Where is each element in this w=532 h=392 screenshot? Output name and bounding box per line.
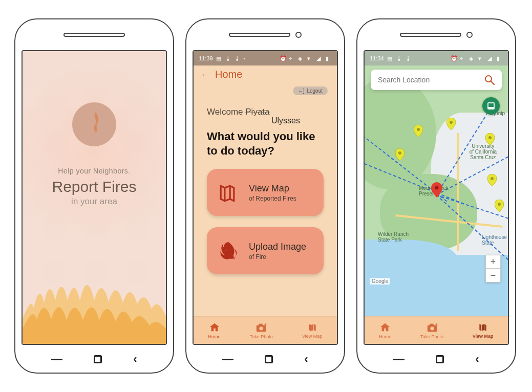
view-map-tile[interactable]: View Map of Reported Fires <box>207 169 324 216</box>
map-icon <box>216 181 239 204</box>
map-label-lighthouse: Lighthouse State <box>482 234 507 246</box>
welcome-text: Welcome Piyata Ulysses <box>207 107 324 117</box>
phone-mock-splash: Help your Neighbors. Report Fires in you… <box>14 18 174 374</box>
recent-apps-button[interactable] <box>222 359 233 360</box>
download-icon: ⭳ <box>396 55 402 61</box>
splash-headline: Report Fires <box>23 178 166 195</box>
flames-illustration <box>23 272 167 344</box>
signal-icon: ◢ <box>316 55 323 61</box>
home-icon <box>379 322 391 333</box>
nav-take-photo[interactable]: Take Photo <box>420 322 443 339</box>
map-screen: Pogonip University of California Santa C… <box>365 51 508 344</box>
sync-icon: ◈ <box>469 55 475 61</box>
home-icon <box>209 322 220 333</box>
nav-home[interactable]: Home <box>208 322 221 339</box>
location-icon: ⌖ <box>289 55 295 61</box>
report-pin[interactable] <box>446 118 456 130</box>
sync-icon: ◈ <box>298 55 304 61</box>
back-button[interactable]: ‹ <box>475 353 479 366</box>
alarm-icon: ⏰ <box>280 55 286 61</box>
download-icon: ⭳ <box>235 55 241 61</box>
camera-icon <box>426 322 438 333</box>
download-icon: ⭳ <box>225 55 231 61</box>
earpiece <box>15 19 173 50</box>
message-icon: ▤ <box>216 55 222 61</box>
back-arrow-icon[interactable]: ← <box>201 70 209 79</box>
logout-icon: ←] <box>298 88 305 94</box>
report-pin[interactable] <box>395 148 405 161</box>
battery-icon: ▮ <box>497 55 503 61</box>
status-time: 11:34 <box>370 55 384 61</box>
signal-icon: ◢ <box>487 55 494 61</box>
status-bar: 11:34 ▤ ⭳ ⭳ ⏰ ⌖ ◈ ▾ ◢ ▮ <box>365 51 508 66</box>
camera-icon <box>255 322 267 333</box>
wifi-icon: ▾ <box>307 55 313 61</box>
map-label-ucsc: University of California Santa Cruz <box>470 143 497 160</box>
zoom-in-button[interactable]: + <box>486 255 500 269</box>
alarm-icon: ⏰ <box>451 55 457 61</box>
page-title: Home <box>215 69 242 80</box>
earpiece <box>186 19 344 50</box>
home-button[interactable] <box>265 355 273 363</box>
earpiece <box>357 19 515 50</box>
upload-image-tile[interactable]: Upload Image of Fire <box>207 227 324 274</box>
splash-tagline-bottom: in your area <box>23 197 166 207</box>
search-location[interactable] <box>371 70 502 90</box>
app-logo <box>72 102 116 146</box>
message-icon: ▤ <box>387 55 393 61</box>
splash-screen: Help your Neighbors. Report Fires in you… <box>22 50 167 345</box>
corrected-name: Ulysses <box>271 116 300 125</box>
nav-take-photo[interactable]: Take Photo <box>250 322 273 339</box>
recent-apps-button[interactable] <box>51 359 62 360</box>
prompt-heading: What would you like to do today? <box>207 129 324 158</box>
nav-view-map[interactable]: View Map <box>473 322 494 339</box>
map-label-wilder: Wilder Ranch State Park <box>378 231 409 243</box>
back-button[interactable]: ‹ <box>304 353 308 366</box>
map-icon <box>307 322 317 333</box>
android-nav-buttons: ‹ <box>186 346 344 373</box>
report-pin[interactable] <box>485 133 495 145</box>
home-screen: 11:39 ▤ ⭳ ⭳ • ⏰ ⌖ ◈ ▾ ◢ ▮ <box>194 51 337 344</box>
fire-location-pin[interactable] <box>431 182 442 198</box>
wifi-icon: ▾ <box>478 55 484 61</box>
fire-icon <box>216 239 239 262</box>
zoom-control: + − <box>485 255 501 282</box>
map-attribution: Google <box>370 278 390 285</box>
report-pin[interactable] <box>414 125 423 137</box>
bottom-nav: Home Take Photo View Map <box>194 316 337 344</box>
home-button[interactable] <box>436 355 444 363</box>
location-icon: ⌖ <box>460 55 466 61</box>
app-bar: ← Home <box>194 66 337 85</box>
battery-icon: ▮ <box>326 55 332 61</box>
status-time: 11:39 <box>199 55 213 61</box>
download-icon: ⭳ <box>406 55 412 61</box>
nav-home[interactable]: Home <box>379 322 391 339</box>
search-icon[interactable] <box>484 75 495 85</box>
status-bar: 11:39 ▤ ⭳ ⭳ • ⏰ ⌖ ◈ ▾ ◢ ▮ <box>194 51 337 66</box>
nav-view-map[interactable]: View Map <box>302 322 322 339</box>
report-pin[interactable] <box>495 200 504 212</box>
report-pin[interactable] <box>487 174 497 186</box>
map-icon <box>478 322 488 333</box>
logout-button[interactable]: ←] Logout <box>293 86 328 95</box>
splash-tagline-top: Help your Neighbors. <box>23 167 166 175</box>
recent-apps-button[interactable] <box>393 359 405 360</box>
home-button[interactable] <box>94 355 102 363</box>
android-nav-buttons: ‹ <box>357 346 515 373</box>
bottom-nav: Home Take Photo View Map <box>365 316 508 344</box>
back-button[interactable]: ‹ <box>133 353 137 366</box>
zoom-out-button[interactable]: − <box>486 269 500 282</box>
search-input[interactable] <box>378 76 484 84</box>
map-layers-button[interactable] <box>482 97 500 115</box>
phone-mock-map: Pogonip University of California Santa C… <box>356 18 516 374</box>
phone-mock-home: 11:39 ▤ ⭳ ⭳ • ⏰ ⌖ ◈ ▾ ◢ ▮ <box>185 18 345 374</box>
android-nav-buttons: ‹ <box>15 346 173 373</box>
map[interactable]: Pogonip University of California Santa C… <box>365 51 508 316</box>
